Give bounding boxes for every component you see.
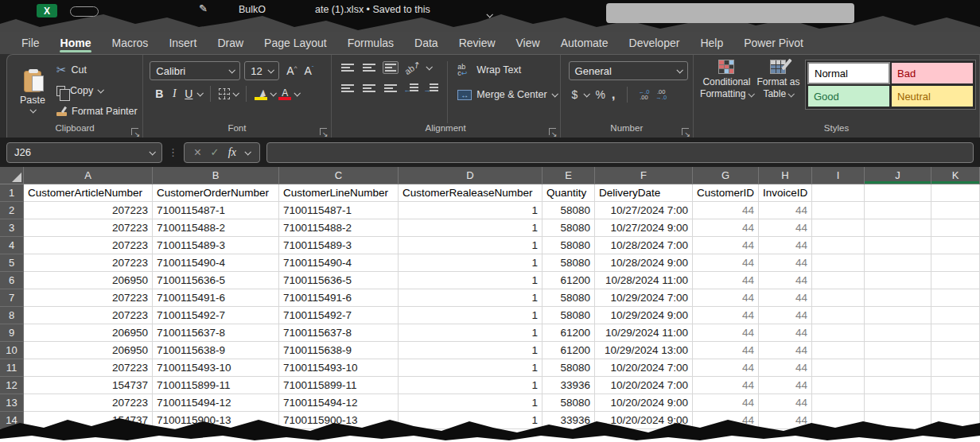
quick-access-button[interactable] — [70, 6, 99, 17]
tab-view[interactable]: View — [506, 32, 550, 54]
cell-d12[interactable]: 1 — [399, 377, 542, 394]
cell-b14[interactable]: 7100115900-13 — [153, 412, 279, 429]
cell-j4[interactable] — [865, 237, 931, 254]
cell-h1[interactable]: InvoiceID — [759, 184, 812, 202]
column-header-f[interactable]: F — [595, 167, 693, 184]
clipboard-dialog-launcher[interactable]: ↘ — [131, 128, 138, 135]
format-painter-button[interactable]: Format Painter — [56, 103, 138, 120]
cell-i13[interactable] — [812, 394, 865, 412]
column-header-i[interactable]: I — [812, 167, 865, 184]
cell-k14[interactable] — [931, 412, 980, 429]
row-header-9[interactable]: 9 — [0, 324, 24, 342]
cell-j1[interactable] — [865, 184, 931, 202]
cell-c14[interactable]: 7100115900-13 — [279, 412, 399, 429]
cell-c1[interactable]: CustomerLineNumber — [279, 184, 399, 202]
tab-macros[interactable]: Macros — [101, 32, 158, 54]
cell-d11[interactable]: 1 — [399, 359, 542, 377]
cell-j6[interactable] — [865, 272, 931, 289]
cell-b8[interactable]: 7100115492-7 — [153, 307, 279, 324]
cell-i2[interactable] — [812, 202, 865, 219]
column-header-d[interactable]: D — [399, 167, 542, 184]
tab-home[interactable]: Home — [50, 32, 102, 54]
select-all-corner[interactable] — [0, 167, 24, 184]
cell-g4[interactable]: 44 — [693, 237, 759, 254]
alignment-dialog-launcher[interactable]: ↘ — [549, 128, 556, 135]
column-header-k[interactable]: K — [931, 167, 980, 184]
cell-f5[interactable]: 10/28/2024 9:00 — [595, 254, 693, 272]
cell-a7[interactable]: 207223 — [24, 289, 153, 307]
cell-j11[interactable] — [865, 359, 931, 377]
cell-k6[interactable] — [931, 272, 980, 289]
cell-k3[interactable] — [931, 219, 980, 237]
fill-color-button[interactable]: ◢ — [255, 87, 267, 100]
cell-f8[interactable]: 10/29/2024 9:00 — [595, 307, 693, 324]
cell-e13[interactable]: 58080 — [542, 394, 595, 412]
font-name-combo[interactable]: Calibri — [150, 61, 240, 80]
format-as-table-button[interactable]: Format asTable — [756, 60, 800, 100]
cell-a11[interactable]: 207223 — [24, 359, 153, 377]
cell-c8[interactable]: 7100115492-7 — [279, 307, 399, 324]
borders-chevron-icon[interactable] — [233, 90, 239, 96]
title-dropdown-chevron-icon[interactable] — [487, 6, 492, 21]
cell-f4[interactable]: 10/28/2024 7:00 — [595, 237, 693, 254]
cell-e7[interactable]: 58080 — [542, 289, 595, 307]
cell-d1[interactable]: CustomerRealeaseNumber — [399, 184, 542, 202]
cell-g2[interactable]: 44 — [693, 202, 759, 219]
cell-i10[interactable] — [812, 342, 865, 359]
cell-h13[interactable]: 44 — [759, 394, 812, 412]
align-middle-button[interactable] — [361, 61, 377, 74]
cell-g3[interactable]: 44 — [693, 219, 759, 237]
cell-f11[interactable]: 10/20/2024 7:00 — [595, 359, 693, 377]
align-bottom-button[interactable] — [383, 61, 399, 74]
row-header-10[interactable]: 10 — [0, 342, 24, 359]
row-header-11[interactable]: 11 — [0, 359, 24, 377]
excel-app-icon[interactable]: X — [37, 4, 57, 17]
cell-b12[interactable]: 7100115899-11 — [153, 377, 279, 394]
cell-i7[interactable] — [812, 289, 865, 307]
orientation-button[interactable]: ab↗ — [402, 59, 422, 77]
copy-button[interactable]: Copy — [56, 82, 138, 99]
cell-a9[interactable]: 206950 — [24, 324, 153, 342]
cell-b5[interactable]: 7100115490-4 — [153, 254, 279, 272]
cell-a4[interactable]: 207223 — [24, 237, 153, 254]
conditional-formatting-button[interactable]: ConditionalFormatting — [697, 60, 756, 100]
cell-h14[interactable]: 44 — [759, 412, 812, 429]
cell-e1[interactable]: Quantity — [542, 184, 595, 202]
increase-indent-button[interactable]: → — [424, 83, 438, 94]
cell-d13[interactable]: 1 — [399, 394, 542, 412]
cell-f3[interactable]: 10/27/2024 9:00 — [595, 219, 693, 237]
percent-button[interactable]: % — [595, 88, 605, 101]
cell-f7[interactable]: 10/29/2024 7:00 — [595, 289, 693, 307]
cell-h4[interactable]: 44 — [759, 237, 812, 254]
align-left-button[interactable] — [340, 82, 356, 95]
cell-e12[interactable]: 33936 — [542, 377, 595, 394]
cell-k12[interactable] — [931, 377, 980, 394]
cell-k2[interactable] — [931, 202, 980, 219]
cell-a13[interactable]: 207223 — [24, 394, 153, 412]
cell-c7[interactable]: 7100115491-6 — [279, 289, 399, 307]
number-dialog-launcher[interactable]: ↘ — [682, 128, 689, 135]
cell-d6[interactable]: 1 — [399, 272, 542, 289]
cell-h7[interactable]: 44 — [759, 289, 812, 307]
tab-page-layout[interactable]: Page Layout — [254, 32, 337, 54]
cell-i11[interactable] — [812, 359, 865, 377]
cell-d14[interactable]: 1 — [399, 412, 542, 429]
copy-chevron-icon[interactable] — [98, 87, 104, 93]
cell-j7[interactable] — [865, 289, 931, 307]
fill-color-chevron-icon[interactable] — [270, 90, 277, 96]
cell-h8[interactable]: 44 — [759, 307, 812, 324]
cell-j10[interactable] — [865, 342, 931, 359]
row-header-6[interactable]: 6 — [0, 272, 24, 289]
cell-a2[interactable]: 207223 — [24, 202, 153, 219]
underline-button[interactable]: U — [183, 87, 194, 100]
cell-a12[interactable]: 154737 — [24, 377, 153, 394]
column-header-b[interactable]: B — [153, 167, 279, 184]
cell-d7[interactable]: 1 — [399, 289, 542, 307]
row-header-5[interactable]: 5 — [0, 254, 24, 272]
column-header-g[interactable]: G — [693, 167, 759, 184]
cell-c12[interactable]: 7100115899-11 — [279, 377, 399, 394]
tab-data[interactable]: Data — [404, 32, 449, 54]
column-header-j[interactable]: J — [865, 167, 931, 184]
borders-button[interactable] — [219, 88, 230, 99]
merge-center-button[interactable]: ↔ Merge & Center — [457, 86, 556, 103]
